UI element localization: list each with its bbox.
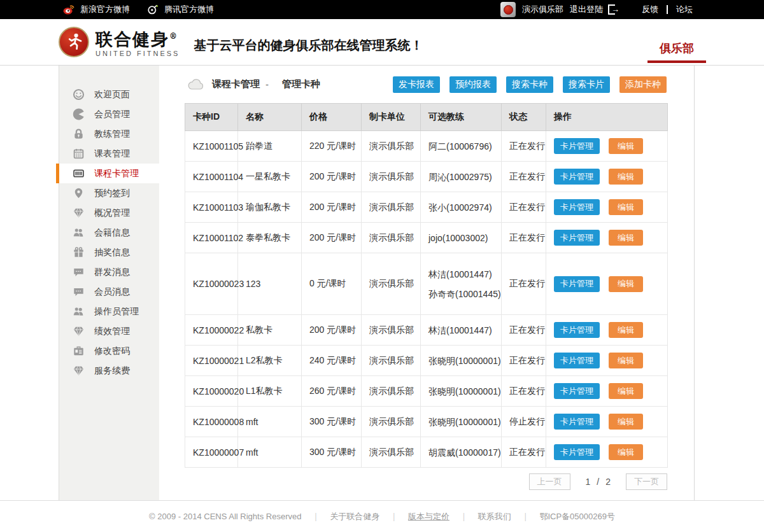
card-type-table: 卡种ID名称价格制卡单位可选教练状态操作 KZ10001105跆拳道220 元/… (185, 103, 668, 468)
issuer-cell: 演示俱乐部 (362, 346, 421, 376)
footer-link-pricing[interactable]: 版本与定价 (408, 511, 449, 522)
edit-button[interactable]: 编辑 (609, 169, 643, 185)
coach-name: 周沁(10002975) (428, 171, 501, 183)
card-name-cell: 跆拳道 (238, 131, 302, 162)
card-manage-button[interactable]: 卡片管理 (554, 322, 600, 338)
edit-button[interactable]: 编辑 (609, 353, 643, 368)
prev-page-button[interactable]: 上一页 (529, 473, 570, 490)
status-cell: 正在发行 (502, 346, 546, 376)
sidebar-item-password[interactable]: 修改密码 (59, 341, 159, 361)
sidebar-item-label: 会员管理 (94, 109, 130, 120)
footer-link-contact[interactable]: 联系我们 (478, 511, 511, 522)
card-manage-button[interactable]: 卡片管理 (554, 414, 600, 430)
card-manage-button[interactable]: 卡片管理 (554, 199, 600, 215)
card-manage-button[interactable]: 卡片管理 (554, 138, 600, 154)
card-manage-button[interactable]: 卡片管理 (554, 444, 600, 460)
logout-link[interactable]: 退出登陆 (570, 4, 603, 15)
coaches-cell: 阿二(10006796) (421, 131, 502, 162)
sidebar-item-label: 教练管理 (94, 129, 130, 140)
card-id-cell: KZ10000008 (185, 407, 238, 437)
edit-button[interactable]: 编辑 (609, 414, 643, 430)
sidebar-item-membership[interactable]: 会籍信息 (59, 223, 159, 242)
sidebar-item-operators[interactable]: 操作员管理 (59, 302, 159, 321)
coach-name: jojo(10003002) (428, 232, 501, 244)
sidebar-item-course-cards[interactable]: 课程卡管理 (59, 164, 159, 183)
edit-button[interactable]: 编辑 (609, 276, 643, 292)
gem-icon (73, 325, 85, 337)
site-slogan: 基于云平台的健身俱乐部在线管理系统！ (194, 37, 423, 54)
card-manage-button[interactable]: 卡片管理 (554, 276, 600, 292)
sidebar-item-label: 课表管理 (94, 148, 130, 160)
edit-button[interactable]: 编辑 (609, 444, 643, 460)
sidebar-item-overview[interactable]: 概况管理 (59, 203, 159, 223)
breadcrumb-separator: - (265, 79, 269, 90)
topbar-weibo-links: 新浪官方微博 腾讯官方微博 (62, 3, 214, 16)
sidebar-item-schedule[interactable]: 课表管理 (59, 144, 159, 164)
pin-icon (73, 187, 85, 199)
sidebar-item-renewal[interactable]: 服务续费 (59, 361, 159, 381)
forum-link[interactable]: 论坛 (676, 4, 693, 15)
sidebar-item-welcome[interactable]: 欢迎页面 (59, 85, 159, 104)
price-cell: 300 元/课时 (302, 407, 362, 437)
edit-button[interactable]: 编辑 (609, 383, 643, 399)
price-cell: 200 元/课时 (302, 192, 362, 223)
topbar-divider (667, 5, 668, 14)
chat-icon (73, 286, 85, 298)
coaches-cell: 张晓明(10000001) (421, 346, 502, 376)
coach-name: 张小(10002974) (428, 201, 501, 214)
tencent-weibo-link[interactable]: 腾讯官方微博 (146, 3, 214, 16)
footer: © 2009 - 2014 CENS All Rights Reserved｜关… (0, 500, 764, 532)
sina-weibo-link[interactable]: 新浪官方微博 (62, 3, 130, 16)
sidebar-item-lottery[interactable]: 抽奖信息 (59, 242, 159, 262)
card-manage-button[interactable]: 卡片管理 (554, 169, 600, 185)
sidebar-item-label: 预约签到 (94, 188, 130, 199)
coach-name: 林洁(10001447) (428, 268, 501, 281)
tab-club[interactable]: 俱乐部 (647, 36, 706, 63)
issuer-cell: 演示俱乐部 (362, 376, 421, 407)
status-cell: 正在发行 (502, 223, 546, 253)
topbar-account-area: 演示俱乐部 退出登陆 反馈 论坛 (500, 2, 693, 17)
card-id-cell: KZ10000022 (185, 315, 238, 346)
price-cell: 240 元/课时 (302, 346, 362, 376)
coaches-cell: 林洁(10001447) (421, 315, 502, 346)
next-page-button[interactable]: 下一页 (626, 473, 667, 490)
edit-button[interactable]: 编辑 (609, 138, 643, 154)
card-manage-button[interactable]: 卡片管理 (554, 230, 600, 246)
booking-report-button[interactable]: 预约报表 (449, 76, 497, 93)
issuer-cell: 演示俱乐部 (362, 192, 421, 223)
edit-button[interactable]: 编辑 (609, 322, 643, 338)
table-row: KZ10001102泰拳私教卡200 元/课时演示俱乐部jojo(1000300… (185, 223, 668, 253)
issuer-cell: 演示俱乐部 (362, 437, 421, 468)
brand-logo[interactable]: 联合健身® UNITED FITNESS (59, 27, 180, 58)
sidebar-item-booking[interactable]: 预约签到 (59, 183, 159, 203)
sidebar-item-coaches[interactable]: 教练管理 (59, 124, 159, 144)
card-manage-button[interactable]: 卡片管理 (554, 383, 600, 399)
sidebar-item-member-messages[interactable]: 会员消息 (59, 282, 159, 302)
club-name[interactable]: 演示俱乐部 (522, 4, 563, 15)
sidebar-item-members[interactable]: 会员管理 (59, 104, 159, 124)
edit-button[interactable]: 编辑 (609, 199, 643, 215)
footer-link-about[interactable]: 关于联合健身 (330, 511, 379, 522)
feedback-link[interactable]: 反馈 (642, 4, 658, 15)
column-header: 状态 (502, 104, 546, 131)
actions-cell: 卡片管理编辑 (546, 192, 668, 223)
sidebar-item-label: 操作员管理 (94, 306, 139, 318)
edit-button[interactable]: 编辑 (609, 230, 643, 246)
sidebar-item-label: 修改密码 (94, 346, 130, 357)
column-header: 制卡单位 (362, 104, 421, 131)
actions-cell: 卡片管理编辑 (546, 223, 668, 253)
club-avatar[interactable] (500, 2, 516, 17)
add-card-type-button[interactable]: 添加卡种 (619, 76, 667, 93)
status-cell: 停止发行 (502, 407, 546, 437)
actions-cell: 卡片管理编辑 (546, 131, 668, 162)
sidebar-item-broadcast[interactable]: 群发消息 (59, 262, 159, 282)
sidebar-item-performance[interactable]: 绩效管理 (59, 321, 159, 341)
issue-report-button[interactable]: 发卡报表 (393, 76, 440, 93)
breadcrumb-section[interactable]: 课程卡管理 (212, 78, 260, 90)
logout-icon[interactable] (608, 4, 615, 15)
search-card-type-button[interactable]: 搜索卡种 (506, 76, 553, 93)
price-cell: 300 元/课时 (302, 437, 362, 468)
card-manage-button[interactable]: 卡片管理 (554, 353, 600, 368)
search-card-button[interactable]: 搜索卡片 (563, 76, 610, 93)
sidebar-item-label: 欢迎页面 (94, 89, 130, 101)
